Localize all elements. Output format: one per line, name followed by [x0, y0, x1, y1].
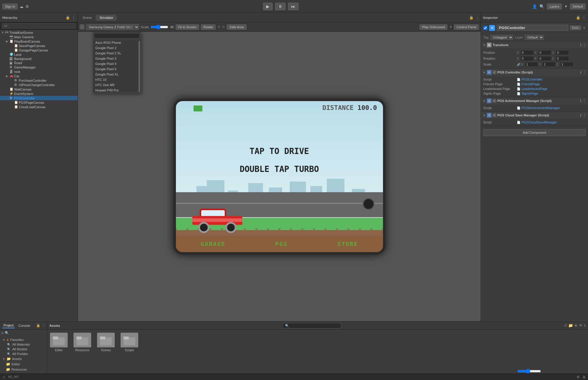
layer-select[interactable]: Default: [525, 35, 544, 40]
tree-item-trivial-kart-scene[interactable]: ▼ 🎮 TrivialKartScene: [0, 30, 78, 35]
pgs-button[interactable]: PGS: [275, 240, 287, 247]
scale-slider[interactable]: [151, 25, 168, 29]
asset-item-scripts[interactable]: Scripts: [121, 333, 138, 352]
tree-item-playboard-canvas[interactable]: ▶ 📋 PlayBoardCanvas: [0, 39, 78, 43]
leaderboard-page-value[interactable]: LeaderboardPage: [522, 87, 547, 91]
scale-y-field[interactable]: [542, 62, 556, 67]
collab-icon[interactable]: ⚙: [25, 4, 29, 9]
status-monitor-icon[interactable]: 🖥: [582, 375, 586, 379]
garage-button[interactable]: GARAGE: [201, 240, 225, 247]
folder-icon[interactable]: 📁: [568, 323, 573, 328]
tree-item-garage-canvas[interactable]: 📋 GaragePageCanvas: [0, 48, 78, 52]
static-dropdown-icon[interactable]: ▼: [583, 26, 586, 29]
sign-in-button[interactable]: Sign In: [2, 4, 18, 9]
device-option-pixel2[interactable]: Google Pixel 2: [93, 45, 141, 51]
control-panel-button[interactable]: Control Panel: [454, 24, 479, 30]
tree-item-storepage-canvas[interactable]: 📋 StorePageCanvas: [0, 43, 78, 48]
scale-x-field[interactable]: [525, 62, 538, 67]
eye-icon[interactable]: 👁: [579, 323, 583, 328]
asset-item-scenes[interactable]: Scenes: [97, 333, 115, 352]
status-settings-icon[interactable]: ⚙: [577, 375, 580, 379]
device-option-pixelxl[interactable]: Google Pixel XL: [93, 72, 141, 77]
joystick[interactable]: [363, 198, 374, 210]
add-icon[interactable]: +: [1, 331, 4, 335]
device-option-pixel5[interactable]: Google Pixel 5: [93, 66, 141, 72]
hierarchy-menu-icon[interactable]: ⋮: [72, 16, 75, 20]
all-models-item[interactable]: 🔍 All Models: [1, 347, 46, 351]
pgs-menu-icon[interactable]: ⋮: [583, 70, 586, 74]
asset-item-resources[interactable]: Resources: [74, 333, 91, 352]
pgs-cloud-header[interactable]: ▼ # ✓ PGS Cloud Save Manager (Script) ℹ …: [481, 112, 588, 119]
safe-area-button[interactable]: Safe Area: [227, 24, 246, 30]
search-icon[interactable]: 🔍: [5, 331, 9, 335]
pgs-achievement-header[interactable]: ▼ # ✓ PGS Achievement Manager (Script) ℹ…: [481, 97, 588, 104]
tree-item-car[interactable]: ▶ 🚗 Car: [0, 74, 78, 78]
assets-search-input[interactable]: [282, 323, 341, 328]
zoom-slider[interactable]: [517, 369, 541, 374]
position-x-field[interactable]: [520, 50, 534, 55]
inspector-lock-icon[interactable]: 🔒: [576, 16, 580, 20]
tree-item-pgs-controller[interactable]: ⚙ PGSController: [0, 96, 78, 100]
rotate-button[interactable]: Rotate: [201, 24, 216, 30]
tab-project[interactable]: Project: [2, 323, 15, 328]
tree-item-game-manager[interactable]: ⚙ GameManager: [0, 65, 78, 69]
pgs-enabled-checkbox[interactable]: ✓: [493, 71, 496, 74]
device-option-htconem9[interactable]: HTC One M9: [93, 82, 141, 88]
device-option-pixel2xl[interactable]: Google Pixel 2 XL: [93, 51, 141, 56]
refresh-icon[interactable]: ↺: [564, 323, 567, 328]
object-name-field[interactable]: [497, 25, 568, 31]
friends-page-value[interactable]: FriendsPage: [522, 82, 540, 86]
tree-item-cloud-canvas[interactable]: 📋 CloudLoadCanvas: [0, 105, 78, 109]
favorites-item[interactable]: ▼ ★ Favorites: [1, 337, 46, 342]
cloud-menu-icon[interactable]: ⋮: [583, 113, 586, 117]
position-y-field[interactable]: [538, 50, 551, 55]
object-active-toggle[interactable]: [483, 26, 487, 30]
hierarchy-lock-icon[interactable]: 🔒: [66, 16, 70, 20]
resources-item[interactable]: 📁 Resources: [1, 367, 46, 372]
tab-menu-icon[interactable]: ⋮: [476, 16, 479, 20]
pgs-info-icon[interactable]: ℹ: [580, 70, 582, 74]
asset-item-editor[interactable]: Editor: [50, 333, 68, 352]
signin-page-value[interactable]: SigninPage: [522, 92, 538, 95]
tab-lock-icon[interactable]: 🔒: [469, 16, 474, 20]
assets-item[interactable]: ▼ 📁 Assets: [1, 356, 46, 361]
pgs-controller-header[interactable]: ▼ # ✓ PGS Controller (Script) ℹ ⋮: [481, 69, 588, 76]
tree-item-background[interactable]: 🖼 Background: [0, 57, 78, 61]
step-button[interactable]: ⏭: [288, 3, 299, 10]
tree-item-wait-canvas[interactable]: 📋 WaitCanvas: [0, 87, 78, 91]
achievement-script-value[interactable]: PGSAchievementManager: [522, 106, 560, 110]
all-prefabs-item[interactable]: 🔍 All Prefabs: [1, 351, 46, 356]
fit-to-screen-button[interactable]: Fit to Screen: [176, 24, 199, 30]
cloud-script-value[interactable]: PGSCloudSaveManager: [522, 120, 557, 124]
all-materials-item[interactable]: 🔍 All Materials: [1, 342, 46, 347]
tree-item-rock[interactable]: 🗿 rock: [0, 69, 78, 74]
search-icon[interactable]: 🔍: [539, 4, 544, 9]
game-screen[interactable]: DISTANCE 100.0 TAP TO DRIVE DOUBLE TAP T…: [176, 101, 383, 252]
inspector-menu-icon[interactable]: ⋮: [582, 16, 586, 20]
transform-menu-icon[interactable]: ⋮: [583, 43, 586, 47]
cloud-enabled-checkbox[interactable]: ✓: [493, 113, 496, 117]
pause-button[interactable]: ⏸: [275, 3, 286, 10]
bottom-menu-icon[interactable]: ⋮: [43, 324, 46, 327]
tab-console[interactable]: Console: [17, 323, 31, 328]
rotation-x-field[interactable]: [520, 56, 534, 61]
scale-z-field[interactable]: [560, 62, 573, 67]
tab-scene[interactable]: Scene: [79, 15, 95, 21]
script-ref-value[interactable]: PGSController: [522, 78, 542, 81]
device-select[interactable]: Samsung Galaxy Z Fold2 5G (Ta…: [86, 24, 139, 30]
add-component-button[interactable]: Add Component: [483, 129, 586, 136]
achievement-info-icon[interactable]: ℹ: [580, 99, 582, 103]
tag-select[interactable]: Untagged: [490, 35, 513, 40]
device-option-pixel3[interactable]: Google Pixel 3: [93, 56, 141, 61]
favorites-icon[interactable]: ★: [574, 323, 578, 328]
transform-header[interactable]: ▼ ⊞ Transform ℹ ⋮: [481, 41, 588, 48]
layers-button[interactable]: Layers: [547, 4, 562, 9]
default-button[interactable]: Default: [570, 4, 586, 9]
cloud-icon[interactable]: ☁: [19, 4, 24, 9]
tree-item-land[interactable]: 🌍 Land: [0, 52, 78, 57]
play-button[interactable]: ▶: [263, 3, 273, 10]
tab-simulator[interactable]: Simulator: [96, 15, 116, 21]
simulator-select[interactable]: ≡: [80, 24, 84, 29]
editor-item[interactable]: 📁 Editor: [1, 361, 46, 367]
device-option-htc10[interactable]: HTC 10: [93, 77, 141, 82]
